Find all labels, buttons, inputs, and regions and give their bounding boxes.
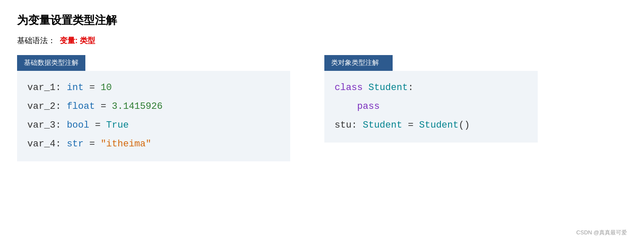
code-var4-type: str <box>67 139 84 149</box>
code-line-4: var_4: str = "itheima" <box>27 135 280 154</box>
code-var3-type: bool <box>67 120 89 131</box>
right-code-line-1: class Student: <box>335 79 527 97</box>
right-keyword-class: class <box>335 82 363 93</box>
code-line-1: var_1: int = 10 <box>27 79 280 97</box>
code-var1-type: int <box>67 82 84 93</box>
footer: CSDN @真真最可爱 <box>576 229 627 236</box>
code-var2-prefix: var_2: <box>27 101 67 112</box>
code-var1-value: 10 <box>101 82 112 93</box>
code-var1-eq: = <box>84 82 101 93</box>
right-code-block: class Student: pass stu: Student = Stude… <box>324 71 538 143</box>
left-header: 基础数据类型注解 <box>17 55 85 71</box>
code-var3-value: True <box>106 120 129 131</box>
code-var2-eq: = <box>95 101 112 112</box>
main-content: 基础数据类型注解 var_1: int = 10 var_2: float = … <box>17 55 627 161</box>
right-stu-parens: () <box>458 120 469 131</box>
right-header: 类对象类型注解 <box>324 55 393 71</box>
right-code-line-2: pass <box>335 97 527 116</box>
code-var1-prefix: var_1: <box>27 82 67 93</box>
right-colon: : <box>408 82 414 93</box>
code-var4-prefix: var_4: <box>27 139 67 149</box>
code-var2-value: 3.1415926 <box>112 101 163 112</box>
code-var3-prefix: var_3: <box>27 120 67 131</box>
right-indent <box>335 101 357 112</box>
code-line-3: var_3: bool = True <box>27 116 280 135</box>
right-stu-type: Student <box>363 120 402 131</box>
right-stu-value: Student <box>419 120 458 131</box>
right-panel: 类对象类型注解 class Student: pass stu: Student… <box>324 55 538 161</box>
code-var2-type: float <box>67 101 95 112</box>
right-keyword-pass: pass <box>357 101 380 112</box>
right-classname: Student <box>363 82 408 93</box>
code-var3-eq: = <box>89 120 106 131</box>
right-code-line-3: stu: Student = Student() <box>335 116 527 135</box>
syntax-label: 基础语法： <box>17 35 55 46</box>
right-stu-prefix: stu: <box>335 120 363 131</box>
left-panel: 基础数据类型注解 var_1: int = 10 var_2: float = … <box>17 55 290 161</box>
page-title: 为变量设置类型注解 <box>17 13 627 28</box>
right-stu-eq: = <box>402 120 419 131</box>
syntax-line: 基础语法： 变量: 类型 <box>17 35 627 46</box>
code-var4-eq: = <box>84 139 101 149</box>
syntax-code: 变量: 类型 <box>60 35 95 46</box>
code-line-2: var_2: float = 3.1415926 <box>27 97 280 116</box>
left-code-block: var_1: int = 10 var_2: float = 3.1415926… <box>17 71 290 161</box>
code-var4-value: "itheima" <box>101 139 152 149</box>
